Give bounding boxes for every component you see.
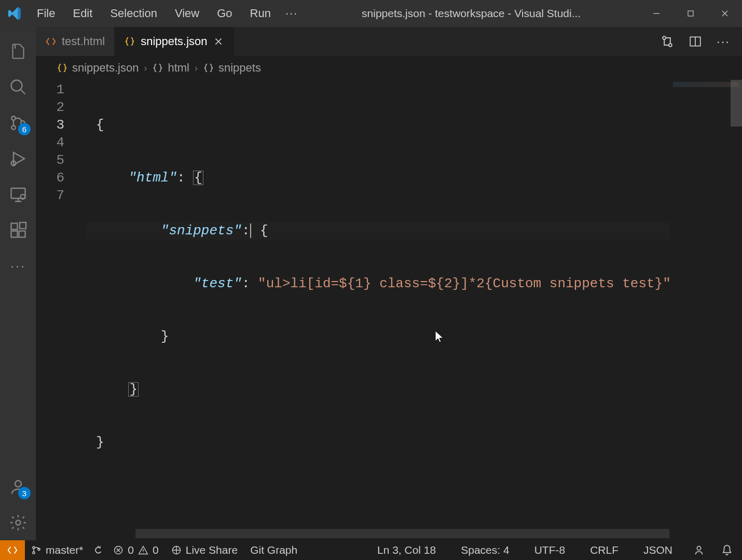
- tab-snippets-json[interactable]: snippets.json: [115, 27, 233, 56]
- activity-settings[interactable]: [0, 505, 36, 540]
- menu-file[interactable]: File: [29, 5, 63, 22]
- compare-changes-icon[interactable]: [658, 32, 677, 51]
- menu-view[interactable]: View: [167, 5, 208, 22]
- code-line: "test": "ul>li[id=${1} class=${2}]*2{Cus…: [86, 275, 742, 292]
- activity-explorer[interactable]: [0, 33, 36, 69]
- editor-more-icon[interactable]: ···: [714, 32, 733, 51]
- status-branch-label: master*: [46, 544, 83, 556]
- code-line: "html": {: [86, 169, 742, 187]
- code-line: {: [86, 116, 742, 134]
- title-bar: File Edit Selection View Go Run ··· snip…: [0, 0, 742, 27]
- editor-group: test.html snippets.json: [36, 27, 742, 540]
- minimap[interactable]: [669, 80, 742, 540]
- status-feedback-icon[interactable]: [691, 544, 707, 556]
- svg-point-2: [11, 116, 16, 120]
- window-controls: [639, 0, 742, 27]
- breadcrumb-label: snippets.json: [72, 61, 139, 75]
- window-title: snippets.json - testworkspace - Visual S…: [303, 7, 639, 20]
- status-errors-count: 0: [128, 544, 134, 556]
- status-language[interactable]: JSON: [637, 544, 679, 556]
- svg-rect-11: [20, 222, 26, 229]
- status-gitgraph-label: Git Graph: [250, 544, 297, 556]
- code-line: }: [86, 328, 742, 345]
- line-number-gutter: 1 2 3 4 5 6 7: [36, 80, 86, 540]
- activity-source-control[interactable]: 6: [0, 105, 36, 141]
- menu-overflow[interactable]: ···: [280, 5, 303, 22]
- status-remote-button[interactable]: [0, 540, 25, 560]
- svg-rect-0: [688, 11, 693, 16]
- activity-run-debug[interactable]: [0, 141, 36, 176]
- svg-rect-6: [11, 188, 25, 199]
- status-bar: master* 0 0 Live Share Git Graph Ln 3, C…: [0, 540, 742, 560]
- svg-rect-8: [11, 223, 17, 229]
- editor-actions: ···: [649, 27, 742, 56]
- activity-accounts[interactable]: 3: [0, 469, 36, 505]
- svg-point-18: [33, 552, 35, 554]
- window-close-button[interactable]: [708, 0, 742, 27]
- line-number: 2: [36, 99, 64, 116]
- svg-point-22: [697, 547, 700, 550]
- svg-point-1: [11, 80, 22, 91]
- breadcrumb-label: snippets: [218, 61, 261, 75]
- menu-selection[interactable]: Selection: [102, 5, 166, 22]
- tab-close-button[interactable]: [213, 36, 224, 47]
- code-content[interactable]: { "html": { "snippets": { "test": "ul>li…: [86, 80, 742, 540]
- split-editor-icon[interactable]: [686, 32, 705, 51]
- status-liveshare-label: Live Share: [186, 544, 238, 556]
- status-liveshare[interactable]: Live Share: [165, 540, 244, 560]
- tab-test-html[interactable]: test.html: [36, 27, 115, 56]
- chevron-right-icon: ›: [195, 63, 198, 74]
- activity-extensions[interactable]: [0, 212, 36, 248]
- svg-point-15: [669, 44, 672, 47]
- tabs-container: test.html snippets.json: [36, 27, 742, 56]
- code-line: "snippets": {: [86, 222, 742, 240]
- horizontal-scrollbar[interactable]: [135, 529, 680, 538]
- status-notifications-icon[interactable]: [719, 544, 735, 556]
- svg-rect-9: [11, 231, 17, 237]
- breadcrumb-snippets[interactable]: snippets: [203, 61, 261, 75]
- line-number: 4: [36, 134, 64, 151]
- line-number: 5: [36, 151, 64, 169]
- menu-edit[interactable]: Edit: [64, 5, 101, 22]
- status-problems[interactable]: 0 0: [107, 540, 164, 560]
- status-cursor-position[interactable]: Ln 3, Col 18: [371, 544, 442, 556]
- breadcrumb-label: html: [168, 61, 189, 75]
- activity-remote-explorer[interactable]: [0, 176, 36, 212]
- status-eol[interactable]: CRLF: [584, 544, 625, 556]
- svg-point-3: [11, 125, 16, 130]
- activity-search[interactable]: [0, 69, 36, 105]
- chevron-right-icon: ›: [144, 63, 147, 74]
- status-gitgraph[interactable]: Git Graph: [244, 540, 304, 560]
- breadcrumb-html[interactable]: html: [152, 61, 189, 75]
- tab-label: test.html: [62, 35, 105, 48]
- svg-point-13: [16, 520, 20, 525]
- minimap-slider[interactable]: [731, 80, 742, 127]
- minimap-content: [673, 82, 739, 87]
- scm-badge: 6: [18, 123, 31, 135]
- svg-point-17: [33, 547, 35, 549]
- status-indentation[interactable]: Spaces: 4: [455, 544, 515, 556]
- line-number: 6: [36, 169, 64, 187]
- status-sync[interactable]: [89, 540, 107, 560]
- window-minimize-button[interactable]: [639, 0, 674, 27]
- status-encoding[interactable]: UTF-8: [528, 544, 572, 556]
- editor-area[interactable]: 1 2 3 4 5 6 7 { "html": { "snippets": { …: [36, 80, 742, 540]
- status-warnings-count: 0: [153, 544, 159, 556]
- html-file-icon: [45, 36, 57, 47]
- accounts-badge: 3: [18, 487, 31, 499]
- menu-go[interactable]: Go: [209, 5, 240, 22]
- vscode-logo-icon: [0, 6, 29, 21]
- activity-overflow[interactable]: ···: [0, 248, 36, 284]
- code-line: }: [86, 381, 742, 398]
- svg-point-14: [663, 36, 666, 39]
- menu-run[interactable]: Run: [242, 5, 279, 22]
- status-branch[interactable]: master*: [25, 540, 89, 560]
- breadcrumb: snippets.json › html › snippets: [36, 56, 742, 80]
- line-number: 7: [36, 187, 64, 204]
- svg-rect-10: [19, 231, 25, 237]
- line-number: 3: [36, 116, 64, 134]
- line-number: 1: [36, 81, 64, 99]
- breadcrumb-file[interactable]: snippets.json: [57, 61, 139, 75]
- window-maximize-button[interactable]: [674, 0, 708, 27]
- text-cursor: [250, 223, 251, 238]
